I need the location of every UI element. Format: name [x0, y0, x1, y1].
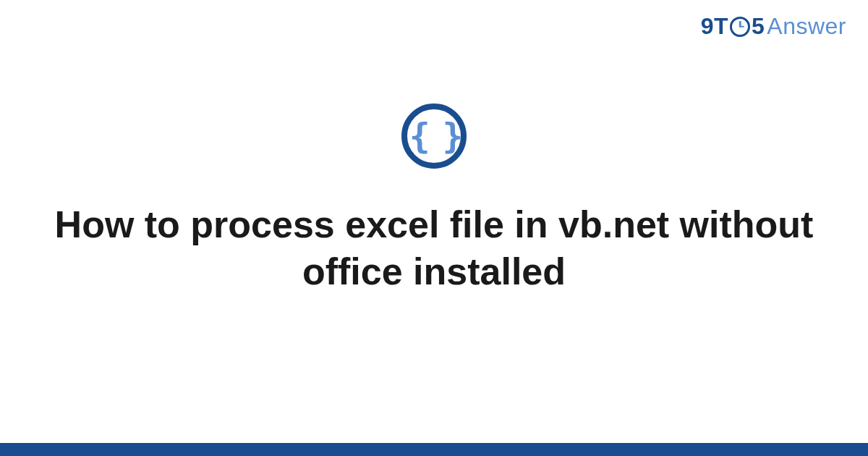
- main-content: { } How to process excel file in vb.net …: [0, 0, 868, 456]
- footer-bar: [0, 443, 868, 456]
- code-braces-icon: { }: [401, 104, 467, 169]
- braces-glyph: { }: [409, 119, 459, 153]
- page-title: How to process excel file in vb.net with…: [54, 201, 814, 295]
